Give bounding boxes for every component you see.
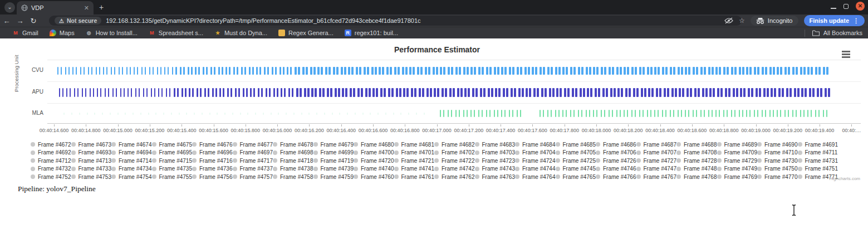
- highcharts-credits[interactable]: Highcharts.com: [829, 176, 860, 181]
- bookmark-item[interactable]: MGmail: [8, 29, 43, 37]
- legend-item[interactable]: Frame #4738: [273, 166, 313, 172]
- legend-item[interactable]: Frame #4703: [475, 149, 516, 156]
- legend-item[interactable]: Frame #4765: [556, 173, 596, 180]
- legend-item[interactable]: Frame #4726: [596, 157, 636, 164]
- legend-item[interactable]: Frame #4724: [515, 157, 556, 164]
- legend-item[interactable]: Frame #4744: [515, 166, 556, 172]
- legend-item[interactable]: Frame #4749: [717, 166, 758, 172]
- legend-item[interactable]: Frame #4758: [273, 173, 313, 180]
- legend-item[interactable]: Frame #4704: [515, 149, 556, 156]
- minimize-icon[interactable]: [831, 8, 836, 9]
- legend-item[interactable]: Frame #4741: [394, 166, 435, 172]
- kebab-menu-icon[interactable]: ⋮: [853, 17, 859, 25]
- legend-item[interactable]: Frame #4676: [192, 141, 233, 148]
- legend-item[interactable]: Frame #4700: [354, 149, 394, 156]
- reload-icon[interactable]: ↻: [27, 17, 40, 25]
- legend-item[interactable]: Frame #4687: [636, 141, 677, 148]
- legend-item[interactable]: Frame #4693: [71, 149, 112, 156]
- legend-item[interactable]: Frame #4712: [31, 157, 71, 164]
- legend-item[interactable]: Frame #4755: [152, 173, 193, 180]
- legend-item[interactable]: Frame #4756: [192, 173, 233, 180]
- bookmark-item[interactable]: MSpreadsheet s...: [144, 29, 208, 37]
- legend-item[interactable]: Frame #4757: [233, 173, 273, 180]
- legend-item[interactable]: Frame #4688: [676, 141, 717, 148]
- chart-context-menu-icon[interactable]: [842, 51, 850, 58]
- legend-item[interactable]: Frame #4760: [354, 173, 394, 180]
- legend-item[interactable]: Frame #4747: [636, 166, 677, 172]
- new-tab-button[interactable]: +: [99, 3, 104, 12]
- bookmark-star-icon[interactable]: ☆: [739, 17, 745, 25]
- legend-item[interactable]: Frame #4735: [152, 166, 193, 172]
- legend-item[interactable]: Frame #4768: [676, 173, 717, 180]
- legend-item[interactable]: Frame #4729: [717, 157, 758, 164]
- legend-item[interactable]: Frame #4689: [717, 141, 758, 148]
- legend-item[interactable]: Frame #4762: [434, 173, 475, 180]
- legend-item[interactable]: Frame #4751: [798, 166, 838, 172]
- legend-item[interactable]: Frame #4707: [636, 149, 677, 156]
- legend-item[interactable]: Frame #4734: [111, 166, 152, 172]
- legend-item[interactable]: Frame #4717: [233, 157, 273, 164]
- legend-item[interactable]: Frame #4761: [394, 173, 435, 180]
- back-icon[interactable]: ←: [0, 17, 13, 25]
- legend-item[interactable]: Frame #4713: [71, 157, 112, 164]
- legend-item[interactable]: Frame #4748: [676, 166, 717, 172]
- maximize-icon[interactable]: [844, 4, 849, 9]
- legend-item[interactable]: Frame #4697: [233, 149, 273, 156]
- legend-item[interactable]: Frame #4721: [394, 157, 435, 164]
- legend-item[interactable]: Frame #4695: [152, 149, 193, 156]
- legend-item[interactable]: Frame #4750: [757, 166, 798, 172]
- legend-item[interactable]: Frame #4727: [636, 157, 677, 164]
- legend-item[interactable]: Frame #4722: [434, 157, 475, 164]
- legend-item[interactable]: Frame #4686: [596, 141, 636, 148]
- legend-item[interactable]: Frame #4690: [757, 141, 798, 148]
- not-secure-chip[interactable]: ⚠ Not secure: [55, 17, 101, 25]
- legend-item[interactable]: Frame #4742: [434, 166, 475, 172]
- legend-item[interactable]: Frame #4766: [596, 173, 636, 180]
- legend-item[interactable]: Frame #4715: [152, 157, 193, 164]
- legend-item[interactable]: Frame #4723: [475, 157, 516, 164]
- legend-item[interactable]: Frame #4708: [676, 149, 717, 156]
- legend-item[interactable]: Frame #4680: [354, 141, 394, 148]
- tab-search-button[interactable]: ⌄: [4, 2, 15, 13]
- finish-update-button[interactable]: Finish update ⋮: [804, 15, 865, 26]
- bookmark-item[interactable]: ★Must do Dyna...: [210, 29, 272, 37]
- legend-item[interactable]: Frame #4767: [636, 173, 677, 180]
- legend-item[interactable]: Frame #4705: [556, 149, 596, 156]
- legend-item[interactable]: Frame #4759: [313, 173, 354, 180]
- legend-item[interactable]: Frame #4754: [111, 173, 152, 180]
- legend-item[interactable]: Frame #4736: [192, 166, 233, 172]
- legend-item[interactable]: Frame #4683: [475, 141, 516, 148]
- legend-item[interactable]: Frame #4699: [313, 149, 354, 156]
- legend-item[interactable]: Frame #4710: [757, 149, 798, 156]
- legend-item[interactable]: Frame #4716: [192, 157, 233, 164]
- address-bar[interactable]: ⚠ Not secure 192.168.132.135/getDynamicK…: [49, 16, 742, 26]
- legend-item[interactable]: Frame #4691: [798, 141, 838, 148]
- legend-item[interactable]: Frame #4698: [273, 149, 313, 156]
- legend-item[interactable]: Frame #4737: [233, 166, 273, 172]
- legend-item[interactable]: Frame #4731: [798, 157, 838, 164]
- close-icon[interactable]: ✕: [856, 2, 865, 11]
- bookmark-item[interactable]: Rregex101: buil...: [340, 29, 403, 37]
- legend-item[interactable]: Frame #4753: [71, 173, 112, 180]
- tab-close-icon[interactable]: ✕: [84, 4, 89, 12]
- legend-item[interactable]: Frame #4673: [71, 141, 112, 148]
- legend-item[interactable]: Frame #4685: [556, 141, 596, 148]
- legend-item[interactable]: Frame #4684: [515, 141, 556, 148]
- legend-item[interactable]: Frame #4681: [394, 141, 435, 148]
- legend-item[interactable]: Frame #4725: [556, 157, 596, 164]
- legend-item[interactable]: Frame #4763: [475, 173, 516, 180]
- legend-item[interactable]: Frame #4677: [233, 141, 273, 148]
- legend-item[interactable]: Frame #4730: [757, 157, 798, 164]
- legend-item[interactable]: Frame #4733: [71, 166, 112, 172]
- legend-item[interactable]: Frame #4692: [31, 149, 71, 156]
- legend-item[interactable]: Frame #4728: [676, 157, 717, 164]
- legend-item[interactable]: Frame #4674: [111, 141, 152, 148]
- legend-item[interactable]: Frame #4714: [111, 157, 152, 164]
- legend-item[interactable]: Frame #4718: [273, 157, 313, 164]
- forward-icon[interactable]: →: [13, 17, 27, 25]
- plot-area[interactable]: [47, 60, 861, 124]
- legend-item[interactable]: Frame #4770: [757, 173, 798, 180]
- legend-item[interactable]: Frame #4740: [354, 166, 394, 172]
- bookmark-item[interactable]: Regex Genera...: [274, 29, 338, 37]
- legend-item[interactable]: Frame #4752: [31, 173, 71, 180]
